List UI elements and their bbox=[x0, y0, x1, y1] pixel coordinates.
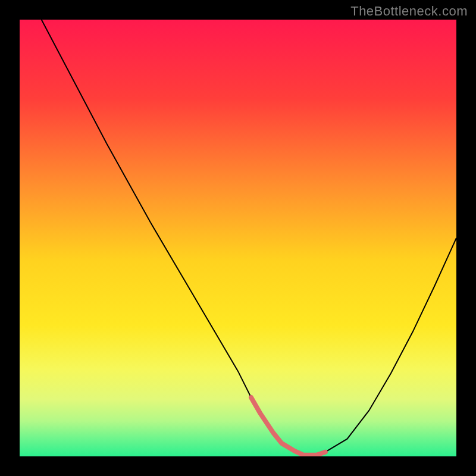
gradient-background bbox=[20, 20, 456, 456]
chart-plot-area bbox=[20, 20, 456, 456]
watermark-text: TheBottleneck.com bbox=[350, 4, 468, 19]
bottleneck-curve-chart bbox=[20, 20, 456, 456]
